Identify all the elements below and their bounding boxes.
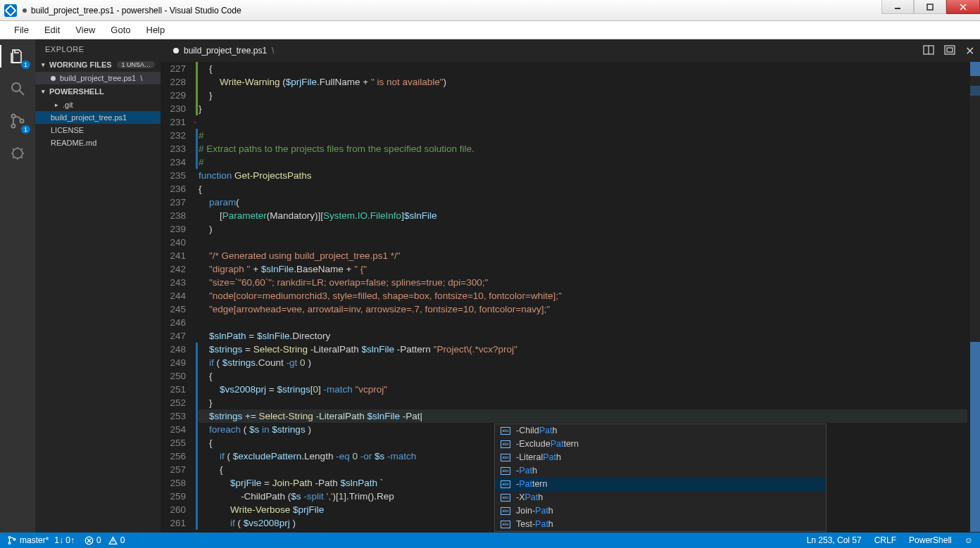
window-title: build_project_tree.ps1 - powershell - Vi… <box>31 6 241 15</box>
more-actions-icon[interactable] <box>944 44 955 58</box>
close-button[interactable] <box>946 0 980 14</box>
folder-item-git[interactable]: ▸ .git <box>35 98 161 111</box>
intellisense-item[interactable]: abcJoin-Path <box>495 504 826 518</box>
dirty-dot-icon <box>173 48 179 53</box>
abc-icon: abc <box>501 480 510 488</box>
menu-edit[interactable]: Edit <box>37 23 67 37</box>
intellisense-item[interactable]: abc-ChildPath <box>495 424 826 438</box>
file-name: README.md <box>51 139 96 147</box>
svg-point-16 <box>13 538 15 540</box>
svg-point-14 <box>8 537 11 539</box>
menubar: File Edit View Goto Help <box>0 21 980 39</box>
error-count: 0 <box>96 535 101 545</box>
chevron-down-icon: ▾ <box>39 88 46 95</box>
status-bar: master* 1↓ 0↑ 0 0 Ln 253, Col 57 CRLF Po… <box>0 533 980 548</box>
tab-title: build_project_tree.ps1 <box>184 46 267 56</box>
abc-icon: abc <box>501 494 510 502</box>
minimize-button[interactable] <box>881 0 914 14</box>
problems-status[interactable]: 0 0 <box>84 535 125 545</box>
svg-point-7 <box>12 125 15 128</box>
abc-icon: abc <box>501 507 510 515</box>
file-item-readme[interactable]: README.md <box>35 136 161 149</box>
folder-header[interactable]: ▾ POWERSHELL <box>35 84 161 98</box>
svg-rect-13 <box>947 48 953 52</box>
vscode-icon <box>4 4 17 17</box>
abc-icon: abc <box>501 427 510 435</box>
menu-view[interactable]: View <box>68 23 102 37</box>
working-file-item[interactable]: build_project_tree.ps1 \ <box>35 72 161 84</box>
split-editor-icon[interactable] <box>923 44 934 58</box>
sidebar: EXPLORE ▾ WORKING FILES 1 UNSA… build_pr… <box>35 39 161 533</box>
git-branch-status[interactable]: master* 1↓ 0↑ <box>7 535 75 545</box>
close-tab-icon[interactable]: ✕ <box>965 44 974 58</box>
svg-point-15 <box>8 542 11 544</box>
file-item-license[interactable]: LICENSE <box>35 124 161 136</box>
file-name: LICENSE <box>51 126 84 134</box>
dirty-indicator-icon <box>23 8 27 13</box>
chevron-right-icon: ▸ <box>55 101 58 108</box>
eol-indicator[interactable]: CRLF <box>874 535 896 545</box>
svg-point-8 <box>20 120 24 123</box>
window-titlebar: build_project_tree.ps1 - powershell - Vi… <box>0 0 980 21</box>
abc-icon: abc <box>501 440 510 448</box>
editor-tab[interactable]: build_project_tree.ps1 \ <box>168 39 279 62</box>
unsaved-badge: 1 UNSA… <box>117 61 155 68</box>
folder-name: .git <box>63 101 73 109</box>
chevron-down-icon: ▾ <box>39 61 46 68</box>
branch-name: master* <box>20 535 49 545</box>
working-file-name: build_project_tree.ps1 <box>60 74 136 82</box>
editor: build_project_tree.ps1 \ ✕ 2272282292302… <box>161 39 980 533</box>
working-files-header[interactable]: ▾ WORKING FILES 1 UNSA… <box>35 58 161 72</box>
svg-point-6 <box>12 115 15 118</box>
svg-point-4 <box>12 83 20 91</box>
cursor-position[interactable]: Ln 253, Col 57 <box>807 535 862 545</box>
activity-bar: 1 1 <box>0 39 35 533</box>
working-files-label: WORKING FILES <box>49 60 112 69</box>
intellisense-popup[interactable]: abc-ChildPathabc-ExcludePatternabc-Liter… <box>494 423 827 532</box>
abc-icon: abc <box>501 454 510 461</box>
menu-file[interactable]: File <box>7 23 36 37</box>
intellisense-item[interactable]: abc-LiteralPath <box>495 451 826 464</box>
sidebar-title: EXPLORE <box>35 39 161 58</box>
svg-point-9 <box>13 148 23 158</box>
intellisense-item[interactable]: abc-Path <box>495 464 826 478</box>
menu-goto[interactable]: Goto <box>103 23 137 37</box>
activity-search[interactable] <box>8 79 27 98</box>
svg-rect-12 <box>945 46 955 54</box>
explorer-badge: 1 <box>21 60 30 69</box>
tab-path-trunc: \ <box>272 46 274 56</box>
svg-rect-1 <box>927 4 933 10</box>
abc-icon: abc <box>501 467 510 475</box>
maximize-button[interactable] <box>914 0 946 14</box>
intellisense-item[interactable]: abcTest-Path <box>495 518 826 531</box>
intellisense-item[interactable]: abc-Pattern <box>495 478 826 491</box>
menu-help[interactable]: Help <box>139 23 172 37</box>
activity-git[interactable]: 1 <box>8 111 27 131</box>
line-number-gutter: 2272282292302312322332342352362372382392… <box>161 62 196 533</box>
editor-tab-bar: build_project_tree.ps1 \ ✕ <box>161 39 980 62</box>
file-item-build-project-tree[interactable]: build_project_tree.ps1 <box>35 111 161 124</box>
warning-count: 0 <box>120 535 125 545</box>
file-name: build_project_tree.ps1 <box>51 113 127 122</box>
abc-icon: abc <box>501 521 510 528</box>
svg-line-5 <box>20 91 24 95</box>
intellisense-item[interactable]: abc-XPath <box>495 491 826 504</box>
activity-debug[interactable] <box>8 144 27 163</box>
git-badge: 1 <box>21 125 30 134</box>
dirty-dot-icon <box>51 76 56 81</box>
path-trunc: \ <box>140 74 142 82</box>
code-area[interactable]: 2272282292302312322332342352362372382392… <box>161 62 980 533</box>
folder-section-label: POWERSHELL <box>49 87 104 96</box>
sync-status: 1↓ 0↑ <box>54 535 75 545</box>
intellisense-item[interactable]: abc-ExcludePattern <box>495 438 826 451</box>
language-mode[interactable]: PowerShell <box>909 535 952 545</box>
minimap-scrollbar[interactable] <box>967 62 980 533</box>
feedback-icon[interactable]: ☺ <box>965 535 973 545</box>
activity-explorer[interactable]: 1 <box>8 46 27 66</box>
